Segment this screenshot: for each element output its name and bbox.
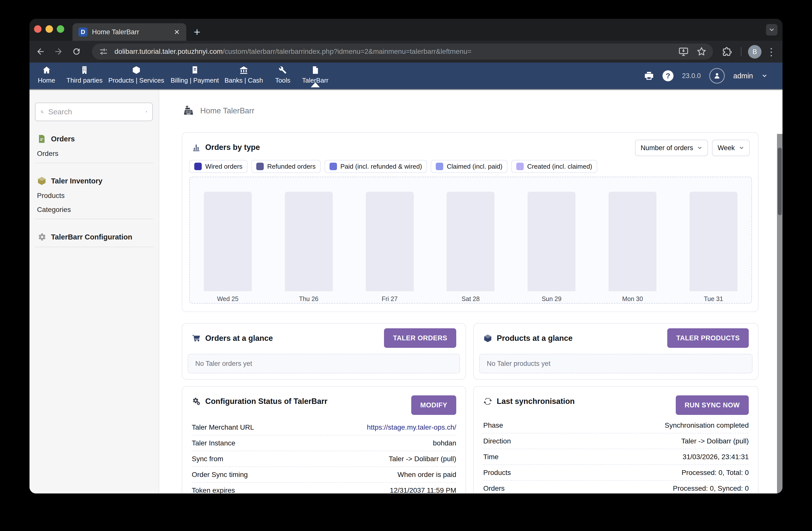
top-menu-item[interactable]: Products | Services [108,66,164,84]
row-label: Order Sync timing [192,471,248,479]
scrollbar-thumb[interactable] [778,148,782,215]
new-tab-button[interactable]: + [191,26,203,38]
day-column-placeholder [690,192,738,291]
legend-swatch [256,163,264,170]
search-input[interactable] [48,107,145,116]
menu-item-label: Home [38,76,55,84]
extensions-icon[interactable] [721,46,733,58]
tab-close-icon[interactable]: ✕ [174,28,180,36]
last-sync-header: Last synchronisation [483,392,575,411]
sidebar-search[interactable] [35,102,153,121]
taler-orders-button[interactable]: TALER ORDERS [384,328,456,348]
legend-item[interactable]: Created (incl. claimed) [511,160,597,173]
top-menu-item[interactable]: Billing | Payment [171,66,219,84]
close-window-button[interactable] [34,25,42,33]
sidebar-item-products[interactable]: Products [37,192,151,200]
left-sidebar: OrdersOrdersTaler InventoryProductsCateg… [29,90,159,493]
bookmark-star-icon[interactable] [696,46,707,57]
active-menu-caret [311,82,320,87]
top-menu-item[interactable]: Tools [275,66,290,84]
period-select[interactable]: Week [712,140,750,156]
sidebar-sections: OrdersOrdersTaler InventoryProductsCateg… [29,134,159,247]
site-info-icon[interactable] [99,47,108,56]
page-title-text: Home TalerBarr [200,106,255,115]
sidebar-section-header[interactable]: TalerBarr Configuration [37,232,151,242]
help-icon[interactable]: ? [663,70,673,81]
taler-products-button[interactable]: TALER PRODUCTS [667,328,749,348]
print-icon[interactable] [644,71,654,81]
search-icon [41,108,44,116]
chevron-down-icon [739,145,744,151]
sidebar-divider [35,219,153,219]
dolibarr-favicon: D [78,28,87,37]
top-menu-item[interactable]: Third parties [67,66,103,84]
sidebar-item-categories[interactable]: Categories [37,206,151,214]
menu-item-label: Banks | Cash [224,76,263,84]
products-glance-title: Products at a glance [497,334,572,343]
top-menu-item[interactable]: Home [38,66,55,84]
metric-select[interactable]: Number of orders [635,140,708,156]
legend-item[interactable]: Refunded orders [251,160,321,173]
scrollbar-track[interactable] [777,134,783,493]
orders-empty-state: No Taler orders yet [188,354,460,373]
sync-row: Products Processed: 0, Total: 0 [483,465,749,481]
day-column-placeholder [366,192,414,291]
sidebar-section-header[interactable]: Orders [37,134,151,144]
config-status-title: Configuration Status of TalerBarr [205,397,328,406]
browser-window: D Home TalerBarr ✕ + dolibarr.tutorial.t… [29,19,783,493]
browser-profile-avatar[interactable]: B [748,45,762,58]
legend-item[interactable]: Wired orders [189,160,247,173]
reload-icon [72,47,81,56]
period-select-value: Week [717,144,735,152]
orders-glance-card: Orders at a glance TALER ORDERS No Taler… [182,323,466,380]
row-value: bohdan [433,439,456,447]
address-bar[interactable]: dolibarr.tutorial.taler.potuzhnyi.com/cu… [92,44,713,59]
top-menu-item[interactable]: Banks | Cash [224,66,263,84]
sidebar-item-orders[interactable]: Orders [37,150,151,158]
box-icon [483,334,492,343]
menu-item-icon [190,66,199,74]
reload-button[interactable] [71,45,83,58]
sidebar-divider [35,163,153,163]
row-value: 31/03/2026, 23:41:31 [682,453,749,461]
search-dropdown-caret-icon[interactable] [145,109,148,115]
version-label: 23.0.0 [682,72,701,80]
back-button[interactable] [34,45,46,58]
menu-item-icon [42,66,51,74]
top-menu-item[interactable]: TalerBarr [302,66,328,84]
chart-day-column: Fri 27 [366,192,414,303]
dolibarr-top-menu: Home Third parties Products | Services B… [29,62,783,90]
orders-glance-header: Orders at a glance [192,329,273,348]
last-sync-title: Last synchronisation [497,397,575,406]
row-value: Taler -> Dolibarr (pull) [681,437,749,445]
top-menu-right: ? 23.0.0 admin [644,62,768,89]
minimize-window-button[interactable] [45,25,53,33]
user-menu-chevron-icon[interactable] [762,73,768,79]
sidebar-section-header[interactable]: Taler Inventory [37,176,151,186]
row-value: Taler -> Dolibarr (pull) [389,455,456,463]
install-app-icon[interactable] [678,46,689,57]
chart-day-column: Wed 25 [204,192,252,303]
run-sync-now-button[interactable]: RUN SYNC NOW [676,395,749,415]
username-label[interactable]: admin [733,72,753,80]
sync-row: Orders Processed: 0, Synced: 0 [483,481,749,493]
menu-item-label: Billing | Payment [171,76,219,84]
sidebar-section-title: Orders [51,135,75,143]
legend-swatch [194,163,202,170]
chart-day-column: Tue 31 [690,192,738,303]
person-icon [713,72,721,80]
forward-button[interactable] [53,45,64,58]
browser-tab[interactable]: D Home TalerBarr ✕ [72,23,186,41]
url-text: dolibarr.tutorial.taler.potuzhnyi.com/cu… [115,47,472,56]
legend-swatch [516,163,524,170]
legend-item[interactable]: Claimed (incl. paid) [431,160,508,173]
day-label: Sun 29 [527,295,576,303]
tab-search-button[interactable] [766,24,778,36]
gears-icon [192,397,201,406]
user-avatar[interactable] [709,68,725,84]
browser-menu-icon[interactable]: ⋮ [766,46,777,58]
zoom-window-button[interactable] [57,25,64,33]
modify-button[interactable]: MODIFY [411,395,456,415]
legend-item[interactable]: Paid (incl. refunded & wired) [324,160,427,173]
last-sync-card: Last synchronisation RUN SYNC NOW Phase … [473,386,758,493]
